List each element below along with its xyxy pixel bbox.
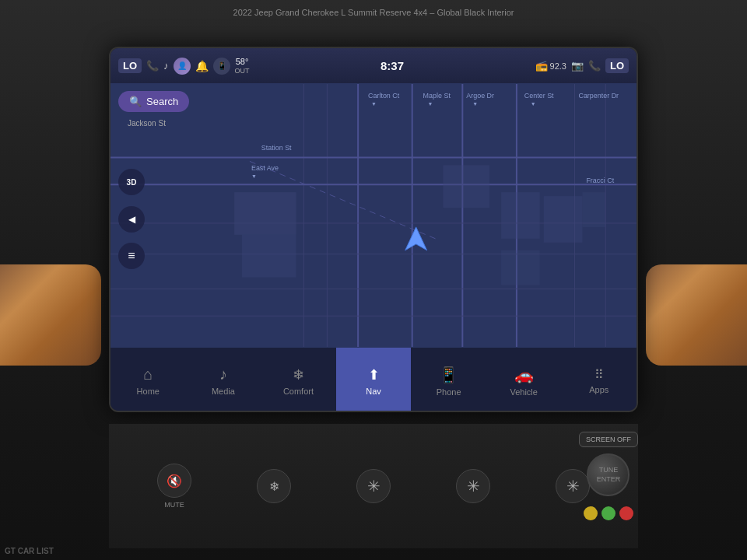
- svg-rect-20: [544, 196, 583, 243]
- wood-trim-right: [646, 264, 747, 366]
- nav-item-nav[interactable]: ⬆ Nav: [336, 348, 412, 412]
- svg-text:Argoe Dr: Argoe Dr: [466, 92, 494, 100]
- fan2-icon: ✳: [367, 477, 381, 495]
- fan-button-2[interactable]: ✳: [356, 469, 391, 503]
- car-interior: 2022 Jeep Grand Cherokee L Summit Reserv…: [0, 0, 747, 560]
- nav-item-comfort[interactable]: ❄ Comfort: [261, 348, 336, 412]
- menu-map-button[interactable]: ≡: [118, 243, 145, 269]
- nav-item-phone[interactable]: 📱 Phone: [411, 348, 486, 412]
- clock-display: 8:37: [381, 59, 404, 72]
- svg-text:▼: ▼: [472, 101, 478, 107]
- nav-item-apps[interactable]: ⠿ Apps: [561, 348, 637, 412]
- nav-item-vehicle[interactable]: 🚗 Vehicle: [486, 348, 562, 412]
- infotainment-screen: LO 📞 ♪ 👤 🔔 📱 58° OUT 8:37 📻: [109, 47, 638, 412]
- svg-text:East Ave: East Ave: [251, 164, 279, 172]
- media-icon: ♪: [219, 366, 227, 383]
- menu-icon: ≡: [128, 249, 135, 263]
- svg-text:▼: ▼: [428, 101, 433, 107]
- svg-text:Station St: Station St: [261, 144, 292, 152]
- svg-text:Fracci Ct: Fracci Ct: [586, 177, 614, 184]
- svg-text:▼: ▼: [531, 101, 536, 107]
- radio-icon: 📻: [535, 60, 548, 72]
- map-area[interactable]: Carlton Ct ▼ Maple St ▼ Argoe Dr ▼ Cente…: [110, 83, 637, 348]
- tune-label: TUNEENTER: [597, 466, 621, 484]
- call-icon-item: 📞: [588, 60, 601, 72]
- phone-icon-status: 📞: [146, 60, 159, 72]
- nav-label-nav: Nav: [366, 387, 381, 396]
- svg-rect-16: [234, 192, 296, 235]
- nav-label-home: Home: [137, 387, 160, 396]
- nav-label-comfort: Comfort: [283, 387, 314, 396]
- nav-icon: ⬆: [368, 366, 380, 383]
- green-button[interactable]: [601, 506, 615, 520]
- back-map-button[interactable]: ◀: [118, 206, 145, 233]
- fan-button-3[interactable]: ✳: [456, 469, 490, 503]
- svg-text:Center St: Center St: [524, 92, 554, 100]
- svg-rect-18: [443, 165, 489, 208]
- tune-knob[interactable]: TUNEENTER: [587, 453, 630, 496]
- nav-label-apps: Apps: [589, 385, 608, 394]
- mute-label: MUTE: [164, 501, 184, 509]
- physical-controls: 🔇 MUTE ❄ ✳ ✳ ✳: [109, 424, 638, 548]
- bottom-nav-bar: ⌂ Home ♪ Media ❄ Comfort ⬆ Nav 📱 Phone 🚗: [110, 348, 637, 412]
- search-icon: 🔍: [129, 96, 142, 107]
- profile-icon[interactable]: 👤: [174, 58, 191, 75]
- page-title: 2022 Jeep Grand Cherokee L Summit Reserv…: [0, 8, 747, 17]
- right-controls: SCREEN OFF TUNEENTER: [579, 432, 638, 520]
- phone-nav-icon: 📱: [439, 366, 458, 384]
- svg-rect-19: [501, 192, 540, 239]
- svg-text:▼: ▼: [251, 173, 257, 179]
- back-icon: ◀: [128, 214, 135, 225]
- yellow-button[interactable]: [584, 506, 598, 520]
- wood-trim-left: [0, 264, 101, 366]
- fan-control-1: ❄: [257, 469, 291, 503]
- nav-label-vehicle: Vehicle: [510, 387, 537, 397]
- color-buttons: [584, 506, 633, 520]
- search-subtext: Jackson St: [128, 119, 166, 128]
- phone-icon: 📞: [146, 60, 159, 72]
- music-icon: ♪: [163, 60, 169, 72]
- nav-item-media[interactable]: ♪ Media: [186, 348, 261, 412]
- status-bar: LO 📞 ♪ 👤 🔔 📱 58° OUT 8:37 📻: [110, 48, 637, 83]
- camera-icon-item: 📷: [571, 60, 584, 72]
- svg-text:▼: ▼: [371, 101, 377, 107]
- nav-label-phone: Phone: [437, 387, 461, 397]
- mute-button[interactable]: 🔇: [157, 464, 191, 498]
- 3d-map-button[interactable]: 3D: [118, 169, 145, 195]
- apps-icon: ⠿: [594, 367, 604, 382]
- svg-text:Carlton Ct: Carlton Ct: [368, 92, 400, 100]
- settings-icon-item[interactable]: 📱: [213, 58, 230, 75]
- red-button[interactable]: [619, 506, 633, 520]
- comfort-icon: ❄: [293, 366, 304, 383]
- watermark: GT CAR LIST: [5, 547, 54, 555]
- fan4-icon: ✳: [566, 477, 580, 495]
- mute-control: 🔇 MUTE: [157, 464, 191, 509]
- climate-lo-right: LO: [605, 58, 629, 73]
- mute-icon: 🔇: [167, 474, 182, 488]
- bell-icon: 🔔: [195, 60, 209, 72]
- home-icon: ⌂: [143, 366, 153, 383]
- vehicle-icon: 🚗: [514, 366, 534, 384]
- svg-rect-21: [582, 192, 605, 227]
- map-svg: Carlton Ct ▼ Maple St ▼ Argoe Dr ▼ Cente…: [110, 83, 637, 348]
- fan3-icon: ✳: [467, 477, 480, 495]
- phone-small-icon: 📱: [217, 61, 226, 70]
- nav-item-home[interactable]: ⌂ Home: [110, 348, 186, 412]
- fan-control-3: ✳: [456, 469, 490, 503]
- search-label: Search: [146, 96, 178, 107]
- fan-control-2: ✳: [356, 469, 391, 503]
- svg-text:Maple St: Maple St: [423, 92, 451, 100]
- camera-icon: 📷: [571, 60, 584, 72]
- temperature-display: 58° OUT: [235, 57, 250, 75]
- music-icon-status: ♪: [163, 60, 169, 72]
- svg-rect-22: [501, 250, 540, 285]
- screen-off-button[interactable]: SCREEN OFF: [579, 432, 638, 447]
- fan1-icon: ❄: [269, 479, 279, 494]
- radio-display: 📻 92.3: [535, 60, 566, 72]
- notification-icon-item: 🔔: [195, 60, 209, 72]
- svg-text:Carpenter Dr: Carpenter Dr: [578, 92, 619, 100]
- fan-button-1[interactable]: ❄: [257, 469, 291, 503]
- climate-lo-left: LO: [118, 58, 142, 73]
- search-bar[interactable]: 🔍 Search: [118, 91, 189, 112]
- nav-label-media: Media: [212, 387, 235, 396]
